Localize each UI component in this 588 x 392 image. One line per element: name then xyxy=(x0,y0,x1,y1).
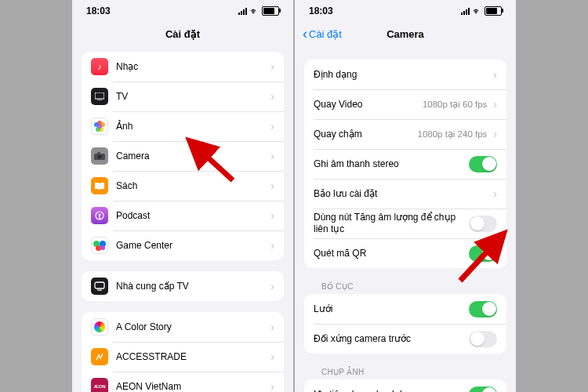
row-detail: 1080p tại 240 fps xyxy=(417,129,487,140)
camera-icon xyxy=(91,147,108,165)
row-gamecenter[interactable]: Game Center › xyxy=(82,230,284,260)
nav-bar: ‹ Cài đặt Camera xyxy=(295,22,516,45)
row-volume-burst[interactable]: Dùng nút Tăng âm lượng để chụp liên tục xyxy=(304,209,506,238)
svg-line-9 xyxy=(205,155,233,180)
tvprovider-icon xyxy=(91,278,108,295)
chevron-right-icon: › xyxy=(493,98,497,111)
settings-list[interactable]: ♪ Nhạc › TV › Ảnh › Camera › Sách xyxy=(72,45,293,392)
status-bar: 18:03 ᯤ xyxy=(72,0,293,22)
chevron-right-icon: › xyxy=(270,150,274,162)
row-label: AEON VietNam xyxy=(116,381,269,393)
row-record-video[interactable]: Quay Video 1080p tại 60 fps › xyxy=(304,89,506,119)
row-label: Sách xyxy=(116,180,269,192)
status-indicators: ᯤ xyxy=(461,6,502,16)
camera-group-capture: Ưu tiên chụp nhanh hơn xyxy=(304,379,506,392)
toggle-stereo[interactable] xyxy=(469,156,497,172)
chevron-right-icon: › xyxy=(270,90,274,103)
status-time: 18:03 xyxy=(86,5,111,16)
row-label: Quay Video xyxy=(314,99,423,111)
chevron-right-icon: › xyxy=(270,321,274,333)
chevron-right-icon: › xyxy=(493,128,497,140)
settings-group-media: ♪ Nhạc › TV › Ảnh › Camera › Sách xyxy=(82,52,284,260)
row-stereo[interactable]: Ghi âm thanh stereo xyxy=(304,149,506,179)
colorstory-icon xyxy=(91,318,108,336)
row-prioritize-faster[interactable]: Ưu tiên chụp nhanh hơn xyxy=(304,379,506,392)
settings-group-apps: A Color Story › ACCESSTRADE › ÆON AEON V… xyxy=(82,312,284,392)
toggle-volume-burst[interactable] xyxy=(469,216,497,232)
chevron-right-icon: › xyxy=(270,350,274,363)
podcast-icon xyxy=(91,207,108,224)
row-preserve[interactable]: Bảo lưu cài đặt › xyxy=(304,179,506,209)
row-label: ACCESSTRADE xyxy=(116,351,269,363)
status-time: 18:03 xyxy=(309,5,333,16)
toggle-prioritize-faster[interactable] xyxy=(469,387,497,393)
chevron-right-icon: › xyxy=(493,68,497,81)
camera-group-layout: Lưới Đối xứng camera trước xyxy=(304,294,506,354)
settings-screen: 18:03 ᯤ Cài đặt ♪ Nhạc › TV › Ảnh › xyxy=(72,0,293,392)
camera-group-main: Định dạng › Quay Video 1080p tại 60 fps … xyxy=(304,60,506,268)
row-label: Camera xyxy=(116,151,269,162)
row-label: Game Center xyxy=(116,240,269,252)
chevron-right-icon: › xyxy=(270,180,274,192)
row-label: Đối xứng camera trước xyxy=(314,333,469,345)
row-label: Nhạc xyxy=(116,61,269,73)
row-label: Ghi âm thanh stereo xyxy=(314,158,469,170)
row-camera[interactable]: Camera › xyxy=(82,141,284,171)
back-label: Cài đặt xyxy=(309,28,342,40)
tv-icon xyxy=(91,88,108,105)
row-books[interactable]: Sách › xyxy=(82,171,284,201)
row-photos[interactable]: Ảnh › xyxy=(82,111,284,141)
status-bar: 18:03 ᯤ xyxy=(295,0,516,22)
row-mirror-front[interactable]: Đối xứng camera trước xyxy=(304,324,506,354)
nav-bar: Cài đặt xyxy=(72,22,293,45)
cellular-icon xyxy=(461,8,470,15)
chevron-right-icon: › xyxy=(270,380,274,392)
row-grid[interactable]: Lưới xyxy=(304,294,506,324)
chevron-right-icon: › xyxy=(270,280,274,292)
row-tvprovider[interactable]: Nhà cung cấp TV › xyxy=(82,271,284,301)
settings-group-tvprovider: Nhà cung cấp TV › xyxy=(82,271,284,301)
battery-icon xyxy=(262,6,279,16)
annotation-arrow-icon xyxy=(448,241,503,289)
page-title: Camera xyxy=(387,28,424,40)
row-slomo[interactable]: Quay chậm 1080p tại 240 fps › xyxy=(304,119,506,149)
row-format[interactable]: Định dạng › xyxy=(304,60,506,89)
chevron-right-icon: › xyxy=(270,120,274,132)
svg-rect-8 xyxy=(97,290,102,291)
row-tv[interactable]: TV › xyxy=(82,82,284,111)
row-podcast[interactable]: Podcast › xyxy=(82,201,284,230)
camera-settings-screen: 18:03 ᯤ ‹ Cài đặt Camera Định dạng › Qua… xyxy=(295,0,516,392)
row-label: Định dạng xyxy=(314,69,492,81)
page-title: Cài đặt xyxy=(165,28,200,40)
svg-rect-7 xyxy=(95,282,104,289)
row-colorstory[interactable]: A Color Story › xyxy=(82,312,284,342)
cellular-icon xyxy=(238,8,247,15)
chevron-right-icon: › xyxy=(270,60,274,73)
svg-point-4 xyxy=(98,155,102,159)
row-aeon[interactable]: ÆON AEON VietNam › xyxy=(82,372,284,392)
aeon-icon: ÆON xyxy=(91,378,108,392)
chevron-right-icon: › xyxy=(270,239,274,252)
back-button[interactable]: ‹ Cài đặt xyxy=(303,27,342,41)
photos-icon xyxy=(91,118,108,135)
toggle-grid[interactable] xyxy=(469,301,497,318)
row-label: Podcast xyxy=(116,210,269,222)
battery-icon xyxy=(485,6,502,16)
row-label: TV xyxy=(116,91,269,103)
row-label: Quay chậm xyxy=(314,129,417,140)
books-icon xyxy=(91,177,108,194)
toggle-mirror-front[interactable] xyxy=(469,331,497,347)
camera-settings-list[interactable]: Định dạng › Quay Video 1080p tại 60 fps … xyxy=(295,45,516,392)
status-indicators: ᯤ xyxy=(238,6,279,16)
row-music[interactable]: ♪ Nhạc › xyxy=(82,52,284,82)
row-label: Dùng nút Tăng âm lượng để chụp liên tục xyxy=(314,212,469,235)
row-label: A Color Story xyxy=(116,321,269,333)
svg-rect-3 xyxy=(97,152,100,154)
chevron-left-icon: ‹ xyxy=(303,27,307,41)
section-header-capture: CHỤP ẢNH xyxy=(304,365,506,379)
svg-line-10 xyxy=(460,249,489,281)
row-label: Quét mã QR xyxy=(314,248,469,260)
row-accesstrade[interactable]: ACCESSTRADE › xyxy=(82,342,284,372)
music-icon: ♪ xyxy=(91,58,108,75)
chevron-right-icon: › xyxy=(493,187,497,200)
